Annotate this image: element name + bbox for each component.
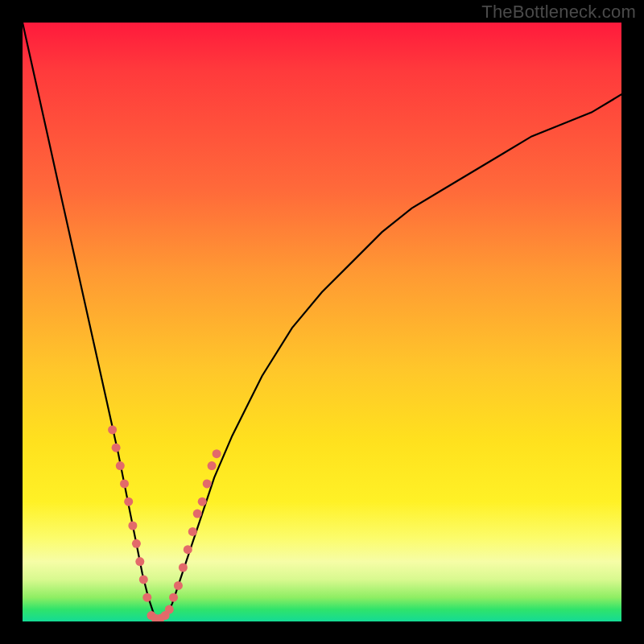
highlight-dot bbox=[108, 425, 117, 434]
highlight-dot bbox=[198, 497, 207, 506]
highlight-dot bbox=[184, 545, 192, 554]
watermark-text: TheBottleneck.com bbox=[481, 2, 636, 23]
highlight-dot bbox=[169, 593, 178, 602]
curve-path bbox=[23, 23, 621, 621]
highlight-dot bbox=[116, 461, 125, 470]
highlight-dot bbox=[151, 614, 160, 621]
highlight-dot bbox=[142, 593, 151, 602]
highlight-dot bbox=[120, 479, 129, 488]
highlight-dot bbox=[156, 614, 165, 621]
highlight-dot bbox=[203, 479, 212, 488]
highlight-dot bbox=[132, 539, 141, 548]
highlight-dot bbox=[188, 527, 197, 536]
highlight-dot bbox=[139, 575, 148, 584]
highlight-dot bbox=[135, 557, 144, 566]
chart-frame: TheBottleneck.com bbox=[0, 0, 644, 644]
highlight-dot bbox=[174, 581, 183, 590]
bottleneck-curve bbox=[23, 23, 621, 621]
highlight-dot bbox=[208, 461, 217, 470]
highlight-dot bbox=[165, 605, 174, 614]
highlight-dot bbox=[193, 510, 202, 518]
highlight-dot bbox=[124, 497, 133, 506]
highlight-dot bbox=[179, 564, 188, 572]
highlight-dot bbox=[112, 444, 121, 452]
highlight-dots bbox=[108, 425, 221, 621]
chart-plot-area bbox=[23, 23, 621, 621]
highlight-dot bbox=[161, 611, 170, 620]
highlight-dot bbox=[147, 611, 156, 620]
highlight-dot bbox=[128, 522, 137, 530]
highlight-dot bbox=[213, 449, 221, 458]
